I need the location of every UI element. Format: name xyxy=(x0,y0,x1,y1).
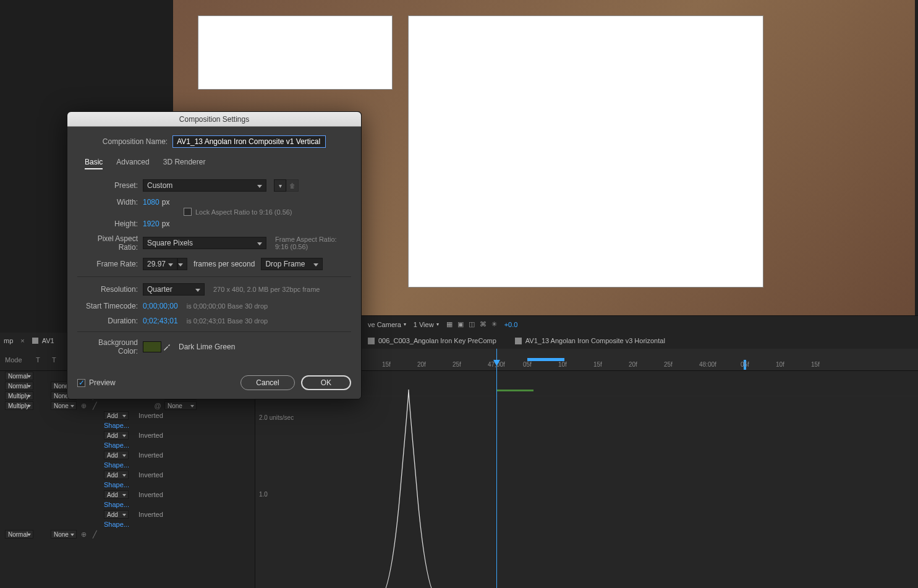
tab-3d-renderer[interactable]: 3D Renderer xyxy=(163,158,206,169)
inverted-label[interactable]: Inverted xyxy=(131,451,163,459)
viewer-toolbar: ve Camera▾ 1 View▾ ▦ ▣ ◫ ⌘ ✳ +0.0 xyxy=(362,315,918,333)
inverted-label[interactable]: Inverted xyxy=(131,491,163,498)
mask-mode-dropdown[interactable]: Add xyxy=(104,411,129,420)
height-value[interactable]: 1920 xyxy=(143,219,159,228)
duration-value[interactable]: 0;02;43;01 xyxy=(143,317,178,325)
graph-y-label: 1.0 xyxy=(259,491,268,498)
bg-color-swatch[interactable] xyxy=(143,341,161,352)
mask-shape-link[interactable]: Shape... xyxy=(5,441,129,449)
duration-label: Duration: xyxy=(77,317,143,325)
width-label: Width: xyxy=(77,198,143,207)
inverted-label[interactable]: Inverted xyxy=(131,471,163,479)
far-label: Frame Aspect Ratio: xyxy=(275,236,337,243)
bg-color-label: Background Color: xyxy=(77,338,143,356)
parent-pickwhip-icon[interactable]: ⊕ xyxy=(79,402,88,410)
active-camera-dropdown[interactable]: ve Camera▾ xyxy=(368,321,406,328)
grid-icon[interactable]: ▦ xyxy=(446,320,453,328)
preset-label: Preset: xyxy=(77,181,143,190)
blend-mode-dropdown[interactable]: Normal xyxy=(5,381,33,390)
exposure-value[interactable]: +0.0 xyxy=(504,321,518,328)
start-timecode-hint: is 0;00;00;00 Base 30 drop xyxy=(187,302,268,310)
cancel-button[interactable]: Cancel xyxy=(240,375,294,390)
mask-icon[interactable]: ◫ xyxy=(469,320,475,328)
panel-tab-b[interactable]: AV1 xyxy=(42,337,54,344)
preset-dropdown[interactable]: Custom xyxy=(143,179,266,192)
composition-icon xyxy=(368,338,375,344)
resolution-dropdown[interactable]: Quarter xyxy=(143,283,205,296)
playhead[interactable] xyxy=(496,349,497,588)
mask-mode-dropdown[interactable]: Add xyxy=(104,451,129,459)
comp-name-label: Composition Name: xyxy=(103,137,168,146)
mask-shape-link[interactable]: Shape... xyxy=(5,422,129,429)
dialog-tabs: Basic Advanced 3D Renderer xyxy=(85,158,351,169)
exposure-icon[interactable]: ✳ xyxy=(491,320,497,328)
start-timecode-value[interactable]: 0;00;00;00 xyxy=(143,302,178,310)
close-tab-icon[interactable]: × xyxy=(17,337,28,344)
composition-icon xyxy=(32,338,38,344)
dialog-title: Composition Settings xyxy=(67,112,361,127)
snap-icon[interactable]: ⌘ xyxy=(480,320,487,328)
inverted-label[interactable]: Inverted xyxy=(131,412,163,419)
preview-checkbox[interactable] xyxy=(77,379,85,387)
line-icon: ╱ xyxy=(90,530,99,539)
speed-graph[interactable]: 2.0 units/sec 1.0 xyxy=(255,371,918,588)
track-matte-dropdown[interactable]: None xyxy=(51,401,77,410)
panel-tab-bar: mp × AV1 xyxy=(0,333,67,349)
guides-icon[interactable]: ▣ xyxy=(457,320,464,328)
lock-aspect-label: Lock Aspect Ratio to 9:16 (0.56) xyxy=(195,208,292,216)
save-preset-icon[interactable]: ▾ xyxy=(274,179,286,192)
start-timecode-label: Start Timecode: xyxy=(77,302,143,310)
comp-tab-horizontal[interactable]: AV1_13 Angolan Iron Composite v3 Horizon… xyxy=(515,337,665,344)
resolution-label: Resolution: xyxy=(77,285,143,294)
blend-mode-dropdown[interactable]: Multiply xyxy=(5,401,33,410)
layer-row[interactable]: Normal None ⊕ ╱ xyxy=(0,529,255,539)
bg-color-name: Dark Lime Green xyxy=(179,343,235,351)
frame-rate-label: Frame Rate: xyxy=(77,260,143,268)
frame-rate-chevron[interactable] xyxy=(177,258,187,270)
preview-mask-small xyxy=(198,15,393,90)
panel-tab-a[interactable]: mp xyxy=(4,337,13,344)
view-count-dropdown[interactable]: 1 View▾ xyxy=(414,321,439,328)
frame-rate-input[interactable]: 29.97 xyxy=(143,258,177,270)
tab-advanced[interactable]: Advanced xyxy=(116,158,149,169)
inverted-label[interactable]: Inverted xyxy=(131,432,163,439)
preview-label: Preview xyxy=(89,378,116,387)
graph-y-label: 2.0 units/sec xyxy=(259,414,294,421)
parent-pickwhip-icon[interactable]: ⊕ xyxy=(79,530,88,539)
ok-button[interactable]: OK xyxy=(301,375,351,390)
mask-shape-link[interactable]: Shape... xyxy=(5,481,129,488)
mask-mode-dropdown[interactable]: Add xyxy=(104,490,129,499)
mask-mode-dropdown[interactable]: Add xyxy=(104,471,129,479)
speed-curve xyxy=(365,390,452,588)
composition-settings-dialog: Composition Settings Composition Name: B… xyxy=(67,111,362,399)
comp-name-input[interactable] xyxy=(172,135,326,148)
preview-mask-large xyxy=(408,15,763,288)
delete-preset-icon[interactable]: 🗑 xyxy=(286,179,299,192)
comp-tab-precomp[interactable]: 006_C003_Angolan Iron Key PreComp xyxy=(368,337,496,344)
blend-mode-dropdown[interactable]: Normal xyxy=(5,530,33,539)
line-icon: ╱ xyxy=(90,402,99,410)
tab-basic[interactable]: Basic xyxy=(85,158,103,169)
drop-frame-dropdown[interactable]: Drop Frame xyxy=(261,258,323,270)
blend-mode-dropdown[interactable]: Multiply xyxy=(5,391,33,400)
fps-label: frames per second xyxy=(193,260,255,268)
mask-mode-dropdown[interactable]: Add xyxy=(104,431,129,440)
mask-shape-link[interactable]: Shape... xyxy=(5,501,129,508)
mask-mode-dropdown[interactable]: Add xyxy=(104,510,129,519)
height-label: Height: xyxy=(77,219,143,228)
blend-mode-dropdown[interactable]: Normal xyxy=(5,372,33,380)
par-label: Pixel Aspect Ratio: xyxy=(77,234,143,252)
par-dropdown[interactable]: Square Pixels xyxy=(143,237,266,249)
inverted-label[interactable]: Inverted xyxy=(131,511,163,518)
mask-shape-link[interactable]: Shape... xyxy=(5,521,129,528)
width-value[interactable]: 1080 xyxy=(143,198,159,207)
parent-dropdown[interactable]: None xyxy=(164,401,197,410)
composition-icon xyxy=(515,338,522,344)
eyedropper-icon[interactable] xyxy=(161,341,172,352)
composition-tab-bar: 006_C003_Angolan Iron Key PreComp AV1_13… xyxy=(362,333,918,349)
track-matte-dropdown[interactable]: None xyxy=(51,530,77,539)
mask-shape-link[interactable]: Shape... xyxy=(5,461,129,469)
expr-icon[interactable]: @ xyxy=(153,402,162,409)
lock-aspect-checkbox[interactable] xyxy=(184,208,192,216)
layer-row[interactable]: Multiply None ⊕ ╱ @ None xyxy=(0,401,255,411)
